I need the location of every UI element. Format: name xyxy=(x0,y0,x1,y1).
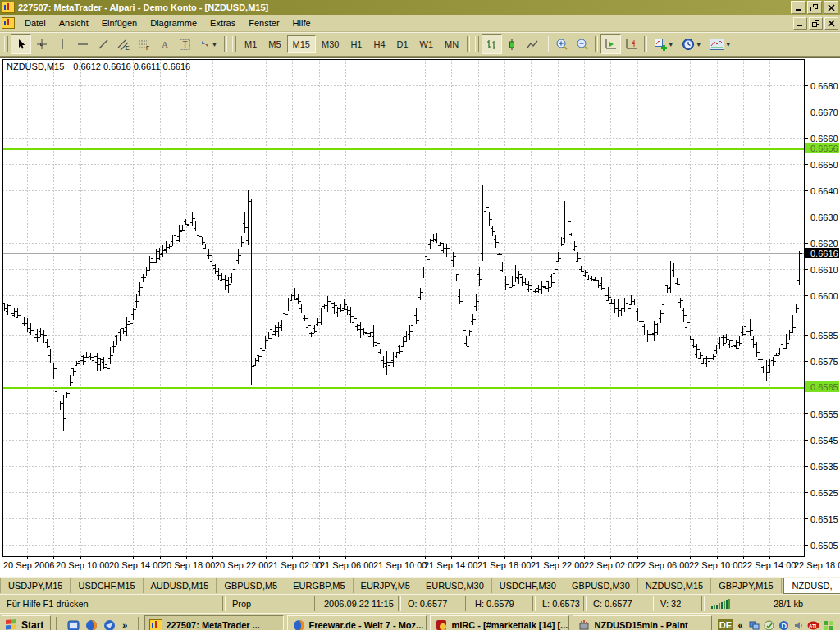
text-tool-button[interactable]: A xyxy=(154,34,175,54)
chart-info-line: NZDUSD,M15 0.6612 0.6616 0.6611 0.6616 xyxy=(7,62,190,71)
timeframe-button-h4[interactable]: H4 xyxy=(368,35,390,53)
crosshair-tool-button[interactable] xyxy=(31,34,52,54)
tray-daemon-icon[interactable]: D xyxy=(778,619,790,630)
tab-gbpusdm30[interactable]: GBPUSD,M30 xyxy=(564,578,638,593)
timeframe-button-m15[interactable]: M15 xyxy=(287,35,316,53)
timeframe-button-w1[interactable]: W1 xyxy=(414,35,440,53)
arrows-tool-button[interactable]: ▼ xyxy=(195,34,221,54)
auto-scroll-button[interactable] xyxy=(600,34,621,54)
tab-eurjpym5[interactable]: EURJPY,M5 xyxy=(354,578,418,593)
horizontal-line-tool-button[interactable] xyxy=(72,34,93,54)
bar-chart-button[interactable] xyxy=(482,34,502,54)
price-axis-label: 0.6575 xyxy=(810,357,838,367)
fibonacci-tool-button[interactable]: F xyxy=(134,34,154,54)
time-axis-ticks xyxy=(28,557,797,559)
timeframe-button-h1[interactable]: H1 xyxy=(345,35,368,53)
templates-button[interactable]: ▼ xyxy=(705,34,735,54)
child-restore-button[interactable] xyxy=(809,17,823,30)
timeframe-button-mn[interactable]: MN xyxy=(439,35,464,53)
timeframe-button-m30[interactable]: M30 xyxy=(316,35,345,53)
timeframe-button-d1[interactable]: D1 xyxy=(391,35,414,53)
candlestick-chart-button[interactable] xyxy=(502,34,523,54)
toolbar-grip[interactable] xyxy=(232,36,236,52)
vertical-line-tool-button[interactable] xyxy=(52,34,72,54)
tab-nzdusdm15[interactable]: NZDUSD,M15 xyxy=(638,578,711,593)
price-axis-label: 0.6515 xyxy=(810,514,838,524)
quicklaunch-browser-icon[interactable] xyxy=(66,618,80,630)
tab-gbpusdm5[interactable]: GBPUSD,M5 xyxy=(217,578,285,593)
quicklaunch-firefox-icon[interactable] xyxy=(84,618,98,630)
candlestick-chart-icon xyxy=(506,39,518,51)
close-icon xyxy=(828,4,835,11)
fibonacci-icon: F xyxy=(138,39,150,51)
quick-launch: » xyxy=(62,618,133,630)
price-chart[interactable]: 0.66800.66700.66600.66500.66400.66300.66… xyxy=(0,58,840,575)
trendline-tool-button[interactable] xyxy=(93,34,113,54)
tab-active-nzdusd[interactable]: NZDUSD, xyxy=(783,578,840,594)
quicklaunch-thunderbird-icon[interactable] xyxy=(102,618,116,630)
toolbar-grip[interactable] xyxy=(475,36,479,52)
text-label-tool-button[interactable]: T xyxy=(175,34,195,54)
status-hint: Für Hilfe F1 drücken xyxy=(0,597,222,610)
zoom-in-button[interactable] xyxy=(551,34,572,54)
zoom-out-button[interactable] xyxy=(572,34,592,54)
menu-item-ansicht[interactable]: Ansicht xyxy=(52,16,95,30)
tray-ati-icon[interactable]: ATI xyxy=(807,619,819,630)
tray-nview-icon[interactable] xyxy=(822,619,834,630)
periods-clock-icon xyxy=(682,38,695,51)
equidistant-channel-tool-button[interactable]: E xyxy=(113,34,134,54)
chart-area[interactable]: 0.66800.66700.66600.66500.66400.66300.66… xyxy=(0,57,840,577)
timeframe-buttons: M1M5M15M30H1H4D1W1MN xyxy=(239,35,464,53)
chart-shift-button[interactable] xyxy=(621,34,641,54)
tray-scheduler-icon[interactable] xyxy=(763,619,775,630)
timeframe-button-m5[interactable]: M5 xyxy=(262,35,286,53)
restore-button[interactable] xyxy=(807,1,822,14)
tab-eurusdm30[interactable]: EURUSD,M30 xyxy=(418,578,492,593)
indicators-button[interactable]: ▼ xyxy=(650,34,678,54)
tab-usdchfm30[interactable]: USDCHF,M30 xyxy=(492,578,564,593)
tray-network-icon[interactable] xyxy=(748,619,760,630)
taskbar-button-mirc[interactable]: mIRC - [#markettalk [14] [... xyxy=(430,615,569,630)
start-button[interactable]: Start xyxy=(2,615,51,630)
child-close-button[interactable] xyxy=(824,17,838,30)
menu-item-hilfe[interactable]: Hilfe xyxy=(286,16,317,30)
chart-window-icon[interactable] xyxy=(2,17,15,29)
chart-shift-icon xyxy=(625,38,638,51)
cursor-icon xyxy=(16,39,27,50)
price-axis-label: 0.6555 xyxy=(810,409,838,419)
tab-gbpjpym15[interactable]: GBPJPY,M15 xyxy=(711,578,781,593)
tab-audusdm15[interactable]: AUDUSD,M15 xyxy=(144,578,217,593)
child-minimize-button[interactable] xyxy=(793,17,807,30)
menu-item-einfgen[interactable]: Einfügen xyxy=(95,16,144,30)
toolbar-grip[interactable] xyxy=(4,36,8,52)
taskbar-clock[interactable]: 18:43 xyxy=(837,620,840,630)
close-button[interactable] xyxy=(824,1,838,14)
minimize-button[interactable] xyxy=(791,1,806,14)
quicklaunch-overflow-chevron[interactable]: » xyxy=(120,620,130,630)
periods-button[interactable]: ▼ xyxy=(678,34,705,54)
cursor-tool-button[interactable] xyxy=(11,34,31,54)
menu-item-fenster[interactable]: Fenster xyxy=(242,16,285,30)
tray-collapse-chevron[interactable]: « xyxy=(735,620,745,630)
menu-item-diagramme[interactable]: Diagramme xyxy=(144,16,203,30)
menu-item-datei[interactable]: Datei xyxy=(18,16,52,30)
price-axis-label: 0.6600 xyxy=(810,291,838,301)
menu-item-extras[interactable]: Extras xyxy=(203,16,242,30)
taskbar-button-metatrader[interactable]: 227507: MetaTrader ... xyxy=(144,615,284,630)
price-axis-label: 0.6670 xyxy=(810,107,838,117)
tab-eurgbpm5[interactable]: EURGBP,M5 xyxy=(285,578,353,593)
taskbar-button-firefox[interactable]: Freewar.de - Welt 7 - Moz... xyxy=(287,615,427,630)
time-axis-label: 20 Sep 18:00 xyxy=(162,560,215,570)
time-axis-label: 22 Sep 14:00 xyxy=(742,560,796,570)
line-chart-button[interactable] xyxy=(523,34,543,54)
mirc-icon xyxy=(435,619,448,630)
language-indicator[interactable]: DE xyxy=(718,619,733,630)
taskbar-button-paint[interactable]: NZDUSD15min - Paint xyxy=(573,615,712,630)
task-button-label: 227507: MetaTrader ... xyxy=(166,620,259,630)
tab-usdchfm15[interactable]: USDCHF,M15 xyxy=(71,578,143,593)
tab-usdjpym15[interactable]: USDJPY,M15 xyxy=(0,578,71,593)
timeframe-button-m1[interactable]: M1 xyxy=(239,35,262,53)
svg-text:A: A xyxy=(162,39,168,49)
tray-volume-icon[interactable] xyxy=(792,619,805,630)
app-icon[interactable] xyxy=(2,2,15,13)
